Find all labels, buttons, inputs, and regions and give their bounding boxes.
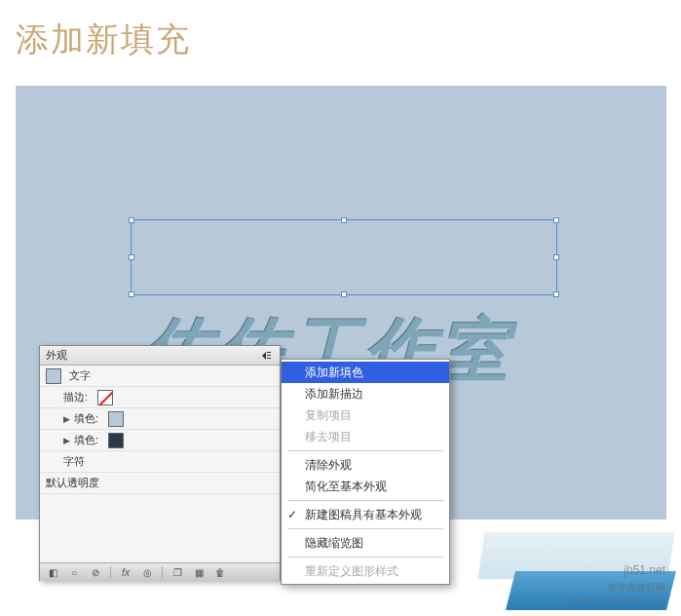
opacity-row[interactable]: 默认透明度 (40, 473, 280, 494)
appearance-panel: 外观 文字 描边: ▶ 填色: ▶ 填色: 字符 (39, 345, 281, 581)
menu-separator (287, 528, 443, 529)
object-swatch (46, 368, 61, 384)
fill2-label: 填色: (74, 433, 98, 447)
watermark-2: 查字典教程网 (607, 581, 665, 595)
fill-row-1[interactable]: ▶ 填色: (40, 408, 280, 430)
watermark-1: jb51.net (624, 563, 665, 577)
menu-clear[interactable]: 清除外观 (282, 454, 449, 476)
fill-row-2[interactable]: ▶ 填色: (40, 430, 280, 451)
menu-separator (287, 557, 443, 558)
expand-arrow-icon[interactable]: ▶ (63, 436, 70, 445)
toolbar-separator (110, 566, 111, 578)
check-icon: ✓ (287, 508, 297, 521)
handle-bottom-right[interactable] (553, 291, 559, 297)
expand-arrow-icon[interactable]: ▶ (63, 414, 70, 424)
object-type-row[interactable]: 文字 (40, 366, 280, 387)
menu-new-art-basic[interactable]: ✓ 新建图稿具有基本外观 (282, 504, 449, 525)
handle-bottom-left[interactable] (129, 291, 134, 297)
handle-mid-right[interactable] (553, 254, 559, 260)
new-stroke-icon[interactable]: ○ (65, 565, 83, 579)
selection-bounding-box[interactable] (131, 219, 557, 295)
svg-rect-0 (267, 352, 271, 353)
new-fill-icon[interactable]: ◧ (44, 565, 61, 579)
handle-top-left[interactable] (129, 217, 134, 223)
handle-top-right[interactable] (553, 217, 559, 223)
fill1-label: 填色: (74, 411, 98, 426)
menu-reduce[interactable]: 简化至基本外观 (282, 476, 449, 497)
prohibit-icon[interactable]: ⊘ (87, 565, 104, 579)
flyout-menu: 添加新填色 添加新描边 复制项目 移去项目 清除外观 简化至基本外观 ✓ 新建图… (281, 359, 450, 585)
stroke-row[interactable]: 描边: (40, 387, 280, 408)
menu-add-stroke[interactable]: 添加新描边 (282, 383, 449, 404)
fill1-swatch[interactable] (108, 411, 124, 427)
fx-icon[interactable]: fx (117, 565, 134, 579)
menu-new-art-label: 新建图稿具有基本外观 (305, 507, 422, 523)
trash-icon[interactable]: 🗑 (211, 565, 229, 579)
page-title: 添加新填充 (0, 0, 681, 62)
object-type-label: 文字 (69, 368, 91, 383)
new-item-icon[interactable]: ▦ (190, 565, 208, 579)
stroke-none-swatch[interactable] (97, 390, 113, 405)
flyout-icon (260, 351, 272, 361)
menu-duplicate: 复制项目 (282, 404, 449, 426)
watermark-3: jiaocheng.chazidian.com (569, 597, 665, 606)
svg-rect-2 (267, 358, 271, 359)
opacity-label: 默认透明度 (46, 476, 99, 490)
fill2-swatch[interactable] (108, 433, 124, 448)
menu-separator (287, 450, 443, 451)
char-label: 字符 (63, 454, 85, 469)
handle-bottom-center[interactable] (341, 291, 347, 297)
panel-tab-bar: 外观 (40, 346, 280, 366)
menu-add-fill[interactable]: 添加新填色 (282, 362, 449, 383)
handle-mid-left[interactable] (129, 254, 134, 260)
panel-body: 文字 描边: ▶ 填色: ▶ 填色: 字符 默认透明度 (40, 366, 280, 562)
menu-redefine: 重新定义图形样式 (282, 560, 449, 582)
character-row[interactable]: 字符 (40, 451, 280, 473)
clear-appearance-icon[interactable]: ◎ (138, 565, 156, 579)
menu-hide-thumb[interactable]: 隐藏缩览图 (282, 532, 449, 554)
stroke-label: 描边: (63, 390, 88, 404)
handle-top-center[interactable] (341, 217, 347, 223)
menu-separator (287, 500, 443, 501)
panel-tab-label[interactable]: 外观 (46, 348, 258, 363)
svg-rect-1 (267, 355, 271, 356)
duplicate-icon[interactable]: ❐ (169, 565, 186, 579)
panel-toolbar: ◧ ○ ⊘ fx ◎ ❐ ▦ 🗑 (40, 562, 280, 581)
flyout-menu-button[interactable] (258, 349, 274, 363)
toolbar-separator (162, 566, 163, 578)
menu-remove: 移去项目 (282, 426, 449, 447)
